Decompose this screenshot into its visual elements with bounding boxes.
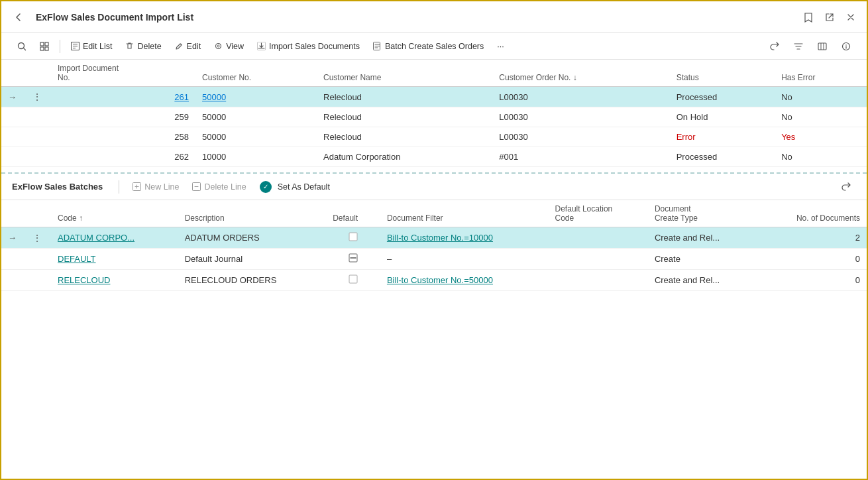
batch-desc-cell: RELECLOUD ORDERS [178, 270, 327, 291]
more-button[interactable]: ··· [492, 39, 509, 54]
default-checkbox[interactable] [349, 233, 358, 243]
batch-default-cell [326, 249, 380, 270]
svg-rect-4 [45, 47, 48, 50]
bcol-filter: Document Filter [380, 200, 549, 227]
doc-filter-link[interactable]: Bill-to Customer No.=10000 [387, 233, 493, 243]
edit-label: Edit [187, 42, 201, 51]
batch-row-menu[interactable]: ⋮ [23, 227, 51, 249]
batches-header-row: Code ↑ Description Default Document Filt… [1, 200, 867, 227]
has-error-cell: No [775, 147, 867, 167]
lower-toolbar: ExFlow Sales Batches New Line Delete Lin… [1, 174, 867, 200]
toolbar: Edit List Delete Edit View Import Sales … [1, 33, 867, 60]
view-button[interactable]: View [209, 39, 249, 54]
columns-button[interactable] [812, 39, 832, 54]
bcol-loc-label2: Code [555, 213, 574, 223]
doc-filter-link[interactable]: Bill-to Customer No.=50000 [387, 275, 493, 285]
new-line-button[interactable]: New Line [127, 180, 184, 194]
layout-button[interactable] [34, 39, 54, 54]
page-title: ExFlow Sales Document Import List [36, 12, 800, 23]
bcol-menu [23, 200, 51, 227]
col-cust-no: Customer No. [195, 60, 317, 87]
menu-dots-icon[interactable]: ⋮ [30, 90, 44, 103]
lower-share-button[interactable] [836, 180, 856, 194]
default-checkbox[interactable] [349, 276, 358, 286]
batch-doctype-cell: Create and Rel... [648, 227, 759, 249]
customer-no-link[interactable]: 50000 [202, 92, 226, 102]
back-button[interactable] [9, 8, 28, 27]
order-no-cell: L00030 [492, 127, 669, 147]
bcol-doctype-label2: Create Type [655, 213, 698, 223]
bcol-loc: Default Location Code [549, 200, 648, 227]
col-status: Status [670, 60, 775, 87]
edit-button[interactable]: Edit [170, 39, 207, 54]
batch-desc-cell: Default Journal [178, 249, 327, 270]
bcol-default: Default [326, 200, 380, 227]
col-menu [23, 60, 51, 87]
customer-name-cell: Relecloud [317, 87, 492, 107]
import-table-row: →⋮26150000RelecloudL00030ProcessedNo [1, 87, 867, 107]
batch-filter-cell: Bill-to Customer No.=50000 [380, 270, 549, 291]
minimize-icon[interactable] [843, 9, 859, 25]
bcol-doctype: Document Create Type [648, 200, 759, 227]
status-cell: On Hold [670, 107, 775, 127]
batch-code-link[interactable]: RELECLOUD [58, 275, 110, 285]
bcol-loc-label1: Default Location [555, 204, 613, 213]
search-button[interactable] [12, 39, 32, 54]
table-header-row: Import Document No. Customer No. Custome… [1, 60, 867, 87]
bcol-description: Description [178, 200, 327, 227]
status-cell: Processed [670, 87, 775, 107]
batch-menu-dots-icon[interactable]: ⋮ [30, 231, 44, 245]
import-table: Import Document No. Customer No. Custome… [1, 60, 867, 167]
batch-code-link[interactable]: DEFAULT [58, 254, 96, 264]
batch-numdocs-cell: 2 [758, 227, 867, 249]
bookmark-icon[interactable] [800, 9, 816, 25]
main-content: Import Document No. Customer No. Custome… [1, 60, 867, 480]
row-arrow-cell [1, 107, 23, 127]
top-bar: ExFlow Sales Document Import List [1, 1, 867, 33]
import-button[interactable]: Import Sales Documents [252, 39, 365, 54]
customer-name-cell: Relecloud [317, 127, 492, 147]
lower-table-wrap: Code ↑ Description Default Document Filt… [1, 200, 867, 480]
top-bar-icons [800, 9, 859, 25]
batch-create-label: Batch Create Sales Orders [385, 42, 484, 51]
svg-point-0 [19, 42, 25, 48]
row-menu-cell [23, 107, 51, 127]
svg-rect-27 [349, 275, 357, 283]
order-no-cell: L00030 [492, 87, 669, 107]
batch-numdocs-cell: 0 [758, 270, 867, 291]
customer-no-cell: 50000 [195, 107, 317, 127]
set-default-button[interactable]: ✓ Set As Default [254, 178, 335, 196]
toolbar-separator [60, 40, 60, 53]
batch-code-cell: RELECLOUD [51, 270, 178, 291]
edit-list-button[interactable]: Edit List [66, 39, 117, 54]
delete-button[interactable]: Delete [120, 39, 166, 54]
batch-create-button[interactable]: Batch Create Sales Orders [368, 39, 489, 54]
share-button[interactable] [765, 39, 785, 54]
col-arrow [1, 60, 23, 87]
edit-list-label: Edit List [83, 42, 112, 51]
import-no-cell: 262 [51, 147, 195, 167]
open-in-new-icon[interactable] [822, 9, 838, 25]
import-no-link[interactable]: 261 [174, 92, 189, 102]
customer-name-cell: Relecloud [317, 107, 492, 127]
svg-point-10 [217, 45, 219, 47]
batch-row-arrow: → [1, 227, 23, 249]
order-no-cell: #001 [492, 147, 669, 167]
batch-table-row: RELECLOUDRELECLOUD ORDERSBill-to Custome… [1, 270, 867, 291]
col-cust-name: Customer Name [317, 60, 492, 87]
customer-no-cell: 50000 [195, 127, 317, 147]
batch-code-cell: DEFAULT [51, 249, 178, 270]
row-menu-cell[interactable]: ⋮ [23, 87, 51, 107]
has-error-cell: No [775, 107, 867, 127]
import-table-row: 25950000RelecloudL00030On HoldNo [1, 107, 867, 127]
import-label: Import Sales Documents [269, 42, 360, 51]
customer-no-cell: 10000 [195, 147, 317, 167]
col-import-label1: Import Document [58, 64, 119, 73]
default-checkbox[interactable] [349, 255, 358, 265]
filter-button[interactable] [788, 39, 808, 54]
info-button[interactable] [836, 39, 856, 54]
batch-code-link[interactable]: ADATUM CORPO... [58, 233, 135, 243]
batch-row-arrow [1, 249, 23, 270]
new-line-label: New Line [144, 182, 179, 192]
delete-line-button[interactable]: Delete Line [187, 180, 251, 194]
